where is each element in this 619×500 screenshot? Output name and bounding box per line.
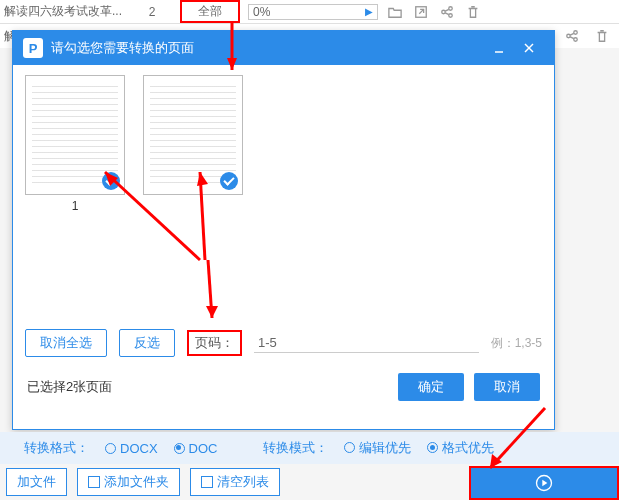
play-icon[interactable]: ▶ xyxy=(365,6,373,17)
delete-icon[interactable] xyxy=(593,27,611,45)
mode-format-radio[interactable]: 格式优先 xyxy=(427,439,494,457)
page-count: 2 xyxy=(132,5,172,19)
thumbnails-area: 1 xyxy=(13,65,554,323)
svg-point-2 xyxy=(449,6,453,10)
add-folder-button[interactable]: 添加文件夹 xyxy=(77,468,180,496)
format-options-bar: 转换格式： DOCX DOC 转换模式： 编辑优先 格式优先 xyxy=(0,432,619,464)
page-range-example: 例：1,3-5 xyxy=(491,335,542,352)
modal-titlebar: P 请勾选您需要转换的页面 xyxy=(13,31,554,65)
page-range-input[interactable] xyxy=(254,333,479,353)
progress-text: 0% xyxy=(253,5,270,19)
svg-point-6 xyxy=(574,38,578,42)
thumb-label: 1 xyxy=(25,199,125,213)
close-button[interactable] xyxy=(514,31,544,65)
file-name: 解读四六级考试改革... xyxy=(4,3,124,20)
minimize-button[interactable] xyxy=(484,31,514,65)
open-folder-icon[interactable] xyxy=(386,3,404,21)
page-select-modal: P 请勾选您需要转换的页面 1 取消全选 反选 页码： 例：1,3-5 已选择2… xyxy=(12,30,555,430)
svg-point-3 xyxy=(449,13,453,17)
selected-count-text: 已选择2张页面 xyxy=(27,378,112,396)
clear-list-button[interactable]: 清空列表 xyxy=(190,468,280,496)
open-external-icon[interactable] xyxy=(412,3,430,21)
svg-point-5 xyxy=(574,31,578,35)
svg-point-4 xyxy=(567,34,571,38)
delete-icon[interactable] xyxy=(464,3,482,21)
deselect-all-button[interactable]: 取消全选 xyxy=(25,329,107,357)
format-label: 转换格式： xyxy=(24,439,89,457)
checkmark-icon xyxy=(220,172,238,190)
mode-label: 转换模式： xyxy=(263,439,328,457)
add-file-button[interactable]: 加文件 xyxy=(6,468,67,496)
control-row: 取消全选 反选 页码： 例：1,3-5 xyxy=(13,323,554,363)
start-convert-button[interactable] xyxy=(469,466,619,500)
file-list-row: 解读四六级考试改革... 2 全部 0% ▶ xyxy=(0,0,619,24)
invert-selection-button[interactable]: 反选 xyxy=(119,329,175,357)
cancel-button[interactable]: 取消 xyxy=(474,373,540,401)
page-scope-dropdown[interactable]: 全部 xyxy=(180,0,240,23)
share-icon[interactable] xyxy=(438,3,456,21)
page-thumbnail-1[interactable]: 1 xyxy=(25,75,125,213)
modal-title-text: 请勾选您需要转换的页面 xyxy=(51,39,194,57)
checkmark-icon xyxy=(102,172,120,190)
progress-bar: 0% ▶ xyxy=(248,4,378,20)
page-range-label: 页码： xyxy=(187,330,242,356)
svg-point-1 xyxy=(442,10,446,14)
ok-button[interactable]: 确定 xyxy=(398,373,464,401)
mode-edit-radio[interactable]: 编辑优先 xyxy=(344,439,411,457)
format-doc-radio[interactable]: DOC xyxy=(174,441,218,456)
share-icon[interactable] xyxy=(563,27,581,45)
page-thumbnail-2[interactable] xyxy=(143,75,243,195)
app-logo-icon: P xyxy=(23,38,43,58)
bottom-toolbar: 加文件 添加文件夹 清空列表 xyxy=(0,464,619,500)
selected-summary-row: 已选择2张页面 确定 取消 xyxy=(13,363,554,411)
format-docx-radio[interactable]: DOCX xyxy=(105,441,158,456)
